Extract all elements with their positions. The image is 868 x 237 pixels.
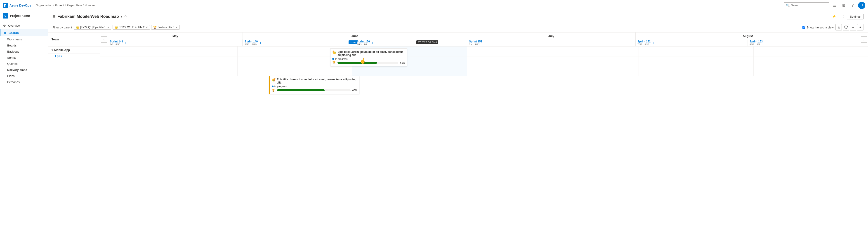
- gantt-row-1: [100, 46, 868, 57]
- sprint-149-name[interactable]: Sprint 149: [245, 40, 258, 43]
- filter-tag-3: 🏆 Feature title 3 ✕: [151, 25, 180, 30]
- gantt-row-2: [100, 57, 868, 66]
- sidebar-queries-label: Queries: [7, 62, 18, 65]
- sprint-150-add-btn[interactable]: +: [372, 41, 373, 45]
- filter-tag-2-close[interactable]: ✕: [146, 26, 148, 29]
- next-month-btn[interactable]: ›: [861, 36, 867, 43]
- sprint-151-dates: 7/4 - 7/22: [469, 43, 482, 46]
- filter-search-input[interactable]: [181, 26, 801, 29]
- sprint-149-cell[interactable]: Sprint 149 5/23 - 6/10 +: [243, 39, 355, 46]
- epic-card-1-progress-row: 🏆 65%: [332, 61, 405, 64]
- app-logo[interactable]: Azure DevOps: [3, 3, 31, 8]
- breadcrumb-item[interactable]: Item: [76, 4, 82, 7]
- epic-tag-1-icon: 👑: [76, 26, 79, 29]
- sprint-152-name[interactable]: Sprint 152: [638, 40, 651, 43]
- gantt-cell-may: [100, 46, 238, 56]
- team-row-mobile-app[interactable]: ▾ Mobile App: [48, 46, 100, 54]
- sidebar-item-boards-sub[interactable]: Boards: [0, 42, 48, 48]
- progress-bar-fill-1: [338, 62, 377, 64]
- sprint-152-cell[interactable]: Sprint 152 7/25 - 8/12 +: [636, 39, 748, 46]
- apps-icon-btn[interactable]: ⊞: [840, 2, 847, 9]
- sprint-148-cell[interactable]: Sprint 148 5/2 - 5/20 +: [108, 39, 243, 46]
- month-col-july: July Sprint 151 7/4 - 7/22 +: [467, 33, 636, 46]
- filter-icon-btn[interactable]: ⚡: [831, 13, 837, 20]
- search-input[interactable]: [791, 4, 823, 7]
- timeline-nav-left: ‹: [100, 33, 108, 46]
- filter-tag-1-close[interactable]: ✕: [107, 26, 109, 29]
- sprint-150-name[interactable]: Sprint 150: [357, 40, 370, 43]
- sprint-149-dates: 5/23 - 6/10: [245, 43, 258, 46]
- prev-month-btn[interactable]: ‹: [101, 36, 107, 43]
- gantt-cell-june-5: [238, 66, 352, 76]
- boards-icon: ◈: [3, 31, 7, 35]
- timeline-body: ▾ Mobile App Epics: [48, 46, 868, 96]
- breadcrumb-page[interactable]: Page: [67, 4, 73, 7]
- gantt-row-3: [100, 66, 868, 76]
- avatar[interactable]: U: [858, 2, 865, 9]
- sprint-151-add-btn[interactable]: +: [484, 41, 486, 45]
- progress-bar-bg-1: [338, 62, 398, 64]
- sidebar-item-plans[interactable]: Plans: [0, 73, 48, 79]
- hierarchy-checkbox-input[interactable]: [802, 26, 805, 29]
- progress-icon-2: 🏆: [272, 89, 275, 92]
- sidebar-item-work-items[interactable]: Work items: [0, 36, 48, 42]
- sprint-151-cell[interactable]: Sprint 151 7/4 - 7/22 +: [467, 39, 636, 46]
- months-container: today FY 2023 Q1 Start May Sprint 148 5/…: [108, 33, 860, 46]
- zoom-out-btn[interactable]: −: [850, 24, 856, 31]
- month-col-august: August Sprint 152 7/25 - 8/12 +: [636, 33, 860, 46]
- sprint-148-name[interactable]: Sprint 148: [110, 40, 123, 43]
- overview-icon: ⊙: [3, 24, 6, 27]
- gantt-cell-aug-4: [754, 57, 868, 66]
- team-chevron-icon: ▾: [52, 48, 53, 52]
- team-sub-epics[interactable]: Epics: [48, 54, 100, 59]
- sidebar-work-items-label: Work items: [7, 38, 22, 41]
- sidebar-item-overview[interactable]: ⊙ Overview: [0, 22, 48, 29]
- list-icon-btn[interactable]: ☰: [831, 2, 838, 9]
- hierarchy-checkbox-label[interactable]: Show hierarchy view: [802, 26, 834, 29]
- month-august-label: August: [741, 33, 755, 39]
- zoom-in-btn[interactable]: +: [857, 24, 864, 31]
- app-name: Azure DevOps: [9, 4, 31, 7]
- sprint-148-add-btn[interactable]: +: [125, 41, 127, 45]
- epic-tag-2-icon: 👑: [115, 26, 118, 29]
- gantt-cell-may-2: [100, 57, 238, 66]
- sidebar-item-boards[interactable]: ◈ Boards: [0, 29, 48, 36]
- sidebar-item-queries[interactable]: Queries: [0, 61, 48, 67]
- breadcrumb-number[interactable]: Number: [85, 4, 95, 7]
- sprint-150-dates: 6/13 - 7/1: [357, 43, 370, 46]
- page-title-chevron-icon[interactable]: ▾: [121, 15, 122, 18]
- sidebar-item-personas[interactable]: Personas: [0, 79, 48, 85]
- link-icon-btn[interactable]: ⎘: [835, 24, 842, 31]
- sidebar: C Project name ⊙ Overview ◈ Boards Work …: [0, 11, 48, 237]
- sprint-153-name[interactable]: Sprint 153: [749, 40, 763, 43]
- sidebar-item-sprints[interactable]: Sprints: [0, 55, 48, 61]
- help-icon-btn[interactable]: ?: [849, 2, 856, 9]
- gantt-cell-july-3: [467, 66, 639, 76]
- sprint-153-cell[interactable]: Sprint 153 8/15 - 9/2: [748, 39, 860, 46]
- sprint-150-cell[interactable]: Sprint 150 6/13 - 7/1 +: [355, 39, 467, 46]
- expand-icon-btn[interactable]: ⛶: [839, 13, 846, 20]
- august-sprints-row: Sprint 152 7/25 - 8/12 + Sprint 153 8/15…: [636, 39, 860, 46]
- layout: C Project name ⊙ Overview ◈ Boards Work …: [0, 11, 868, 237]
- sidebar-item-delivery-plans[interactable]: Delivery plans: [0, 67, 48, 73]
- sprint-152-add-btn[interactable]: +: [652, 41, 654, 45]
- page-title-star-icon[interactable]: ☆: [124, 15, 127, 18]
- gantt-content: 👑 Epic title: Lorem ipsum dolor sit amet…: [100, 46, 868, 96]
- search-box[interactable]: 🔍: [784, 2, 829, 8]
- filter-tag-3-close[interactable]: ✕: [176, 26, 178, 29]
- settings-button[interactable]: Settings: [847, 14, 864, 20]
- sprint-149-add-btn[interactable]: +: [259, 41, 261, 45]
- comment-icon-btn[interactable]: 💬: [843, 24, 849, 31]
- team-name: Mobile App: [54, 48, 70, 52]
- epic-card-2[interactable]: 👑 Epic title: Lorem ipsum dolor sit amet…: [269, 76, 360, 94]
- breadcrumb-project[interactable]: Project: [55, 4, 64, 7]
- page-header: ☰ Fabrikam Mobile/Web Roadmap ▾ ☆ ⚡ ⛶ Se…: [48, 11, 868, 22]
- fy-start-badge: FY 2023 Q1 Start: [416, 40, 438, 44]
- sprint-151-name[interactable]: Sprint 151: [469, 40, 482, 43]
- epic-card-1[interactable]: 👑 Epic title: Lorem ipsum dolor sit amet…: [330, 48, 407, 66]
- sep4: /: [83, 4, 84, 7]
- team-col: ▾ Mobile App Epics: [48, 46, 100, 96]
- breadcrumb-org[interactable]: Organization: [36, 4, 53, 7]
- sidebar-item-backlogs[interactable]: Backlogs: [0, 48, 48, 55]
- epic-card-1-status: In progress: [332, 58, 405, 60]
